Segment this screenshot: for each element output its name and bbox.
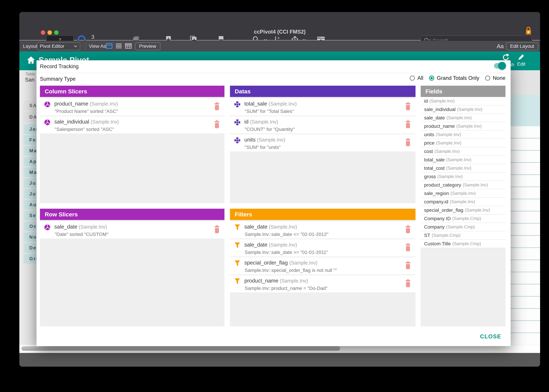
- toggle-knob[interactable]: [498, 62, 506, 70]
- row-slicer-row[interactable]: sale_date (Sample.Inv) "Date" sorted "CU…: [40, 221, 225, 238]
- filter-expression: Sample.Inv::sale_date >= "01-01-2011": [245, 250, 328, 255]
- radio-icon[interactable]: [485, 76, 490, 81]
- close-button[interactable]: CLOSE: [480, 333, 501, 340]
- field-name: Custom Title: [424, 241, 451, 246]
- separator: [132, 42, 132, 50]
- column-slicer-row[interactable]: product_name (Sample.Inv) "Product Name"…: [40, 98, 225, 115]
- radio-selected-icon[interactable]: [429, 76, 434, 81]
- delete-row-icon[interactable]: [405, 138, 411, 147]
- filter-row[interactable]: product_name (Sample.Inv) Sample.Inv::pr…: [230, 275, 415, 293]
- pie-chart-icon: [44, 101, 50, 108]
- list-view-icon[interactable]: [115, 43, 122, 49]
- field-detail: "Salesperson" sorted "ASC": [55, 127, 114, 132]
- field-name: sale_date: [54, 224, 77, 230]
- field-list-item[interactable]: total_cost (Sample.Inv): [421, 164, 506, 173]
- radio-option-all[interactable]: All: [410, 75, 423, 81]
- preview-button[interactable]: Preview: [135, 42, 160, 50]
- data-row[interactable]: id (Sample.Inv) "COUNT" for "Quantity": [230, 116, 415, 133]
- field-list-item[interactable]: sale_individual (Sample.Inv): [421, 105, 506, 114]
- delete-row-icon[interactable]: [214, 225, 220, 234]
- field-source: (Sample.Cmp): [432, 233, 461, 238]
- data-row[interactable]: total_sale (Sample.Inv) "SUM" for "Total…: [230, 98, 415, 115]
- filter-row[interactable]: special_order_flag (Sample.Inv) Sample.I…: [230, 257, 415, 274]
- field-source: (Sample.Inv): [465, 208, 490, 213]
- field-name: Company: [424, 224, 445, 230]
- field-name: sale_date: [244, 224, 267, 230]
- section-gap: [230, 203, 415, 209]
- field-list-item[interactable]: Company (Sample.Cmp): [421, 223, 506, 231]
- layout-select[interactable]: Pivot Editor: [37, 42, 80, 50]
- field-list-item[interactable]: cost (Sample.Inv): [421, 147, 506, 156]
- radio-label: All: [417, 75, 423, 81]
- field-list-item[interactable]: sale_region (Sample.Inv): [421, 189, 506, 198]
- lock-icon: [525, 26, 532, 36]
- column-slicer-row[interactable]: sale_individual (Sample.Inv) "Salesperso…: [40, 116, 225, 133]
- home-icon[interactable]: [27, 56, 35, 65]
- field-detail: "COUNT" for "Quantity": [245, 127, 295, 132]
- field-list-item[interactable]: total_sale (Sample.Inv): [421, 156, 506, 164]
- delete-row-icon[interactable]: [405, 279, 411, 288]
- field-name: Company ID: [424, 216, 451, 221]
- field-source: (Sample.Inv): [434, 149, 460, 154]
- field-source: (Sample.Inv): [446, 157, 471, 162]
- funnel-icon: [234, 242, 240, 249]
- data-row[interactable]: units (Sample.Inv) "SUM" for "units": [230, 134, 415, 151]
- field-name: product_category: [424, 182, 461, 188]
- field-source: (Sample.Inv): [250, 119, 278, 125]
- field-list-item[interactable]: id (Sample.Inv): [421, 97, 506, 105]
- delete-row-icon[interactable]: [405, 261, 411, 270]
- field-list-item[interactable]: units (Sample.Inv): [421, 131, 506, 139]
- field-list-item[interactable]: price (Sample.Inv): [421, 139, 506, 147]
- delete-row-icon[interactable]: [405, 225, 411, 234]
- radio-option-none[interactable]: None: [485, 75, 506, 81]
- window-title: ccPivot4 (CCI FMS2): [19, 29, 540, 35]
- formatting-bar-button[interactable]: Aa: [497, 41, 504, 52]
- layout-select-value: Pivot Editor: [40, 43, 64, 49]
- filter-expression: Sample.Inv::special_order_flag is not nu…: [245, 268, 337, 273]
- field-name: id: [424, 98, 428, 104]
- field-name: sale_region: [424, 191, 449, 196]
- form-view-icon[interactable]: [106, 43, 113, 49]
- view-as-label: View As:: [89, 41, 107, 52]
- field-source: (Sample.Cmp): [452, 216, 481, 221]
- funnel-icon: [234, 260, 240, 267]
- delete-row-icon[interactable]: [214, 120, 220, 129]
- record-tracking-toggle[interactable]: [494, 63, 505, 69]
- radio-icon[interactable]: [410, 76, 415, 81]
- radio-label: None: [493, 75, 506, 81]
- delete-row-icon[interactable]: [405, 102, 411, 111]
- delete-row-icon[interactable]: [405, 120, 411, 129]
- edit-layout-button[interactable]: Edit Layout: [506, 42, 538, 50]
- field-source: (Sample.Inv): [91, 119, 119, 125]
- field-source: (Sample.Inv): [436, 132, 461, 137]
- table-view-icon[interactable]: [125, 43, 132, 49]
- radio-option-grand-totals-only[interactable]: Grand Totals Only: [429, 75, 479, 81]
- field-list-item[interactable]: gross (Sample.Inv): [421, 173, 506, 181]
- field-list-item[interactable]: product_category (Sample.Inv): [421, 181, 506, 189]
- filter-row[interactable]: sale_date (Sample.Inv) Sample.Inv::sale_…: [230, 239, 415, 257]
- pivot-editor-dialog: Record Tracking Summary Type All Grand T…: [36, 60, 511, 346]
- field-list-item[interactable]: Company ID (Sample.Cmp): [421, 215, 506, 223]
- delete-row-icon[interactable]: [405, 243, 411, 252]
- field-source: (Sample.Cmp): [446, 224, 475, 230]
- datas-header: Datas: [230, 86, 415, 97]
- field-source: (Sample.Inv): [463, 182, 488, 188]
- pivot-data-rows: [511, 126, 540, 345]
- field-list-item[interactable]: special_order_flag (Sample.Inv): [421, 206, 506, 215]
- field-list-item[interactable]: Custom Title (Sample.Cmp): [421, 240, 506, 248]
- edit-button[interactable]: Edit: [517, 53, 525, 67]
- field-list-item[interactable]: company.id (Sample.Inv): [421, 198, 506, 206]
- horizontal-scrollbar-thumb[interactable]: [21, 346, 340, 351]
- field-source: (Sample.Inv): [450, 199, 475, 204]
- field-list-item[interactable]: sale_date (Sample.Inv): [421, 114, 506, 122]
- edit-label: Edit: [517, 61, 525, 67]
- field-name: company.id: [424, 199, 448, 204]
- filter-row[interactable]: sale_date (Sample.Inv) Sample.Inv::sale_…: [230, 221, 415, 238]
- row-slicers-header: Row Slicers: [40, 209, 225, 220]
- field-list-item[interactable]: ST (Sample.Cmp): [421, 231, 506, 240]
- field-name: sale_date: [424, 115, 445, 121]
- funnel-icon: [234, 224, 240, 231]
- field-list-item[interactable]: product_name (Sample.Inv): [421, 122, 506, 131]
- delete-row-icon[interactable]: [214, 102, 220, 111]
- field-name: total_sale: [244, 101, 267, 107]
